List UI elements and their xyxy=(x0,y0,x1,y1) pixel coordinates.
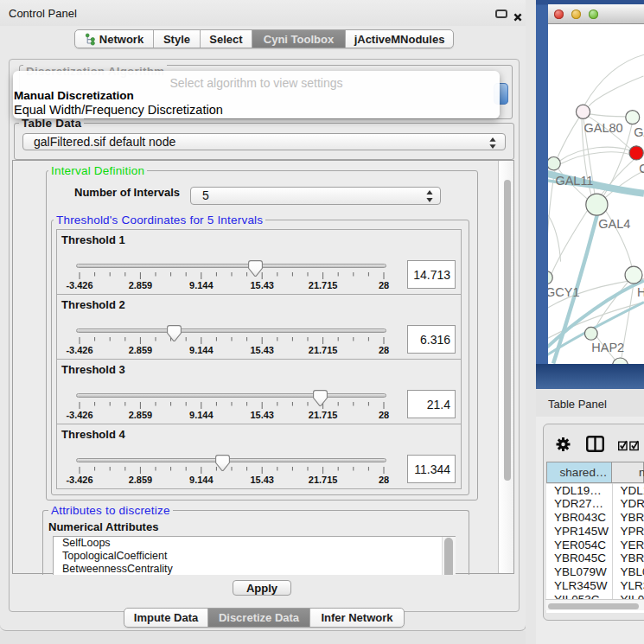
svg-text:GAL80: GAL80 xyxy=(584,121,623,135)
svg-text:GAL11: GAL11 xyxy=(555,174,593,188)
svg-text:GAL4: GAL4 xyxy=(598,217,630,231)
svg-text:HAP2: HAP2 xyxy=(591,341,624,354)
svg-text:C: C xyxy=(639,162,644,175)
svg-text:GCY1: GCY1 xyxy=(548,285,579,299)
svg-text:GA: GA xyxy=(634,125,644,139)
svg-text:H: H xyxy=(637,285,644,299)
